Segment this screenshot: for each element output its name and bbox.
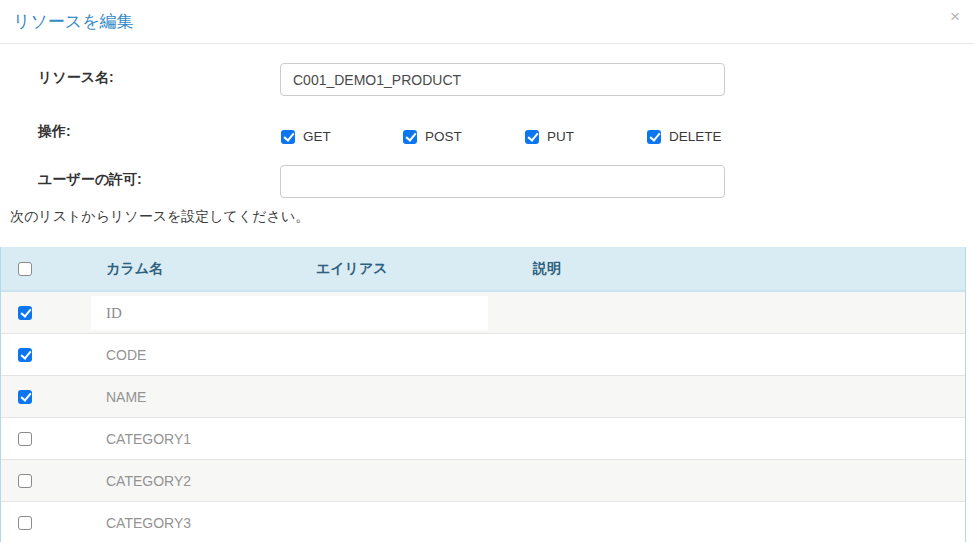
table-row[interactable]: NAME <box>1 376 965 418</box>
column-header-alias: エイリアス <box>301 260 518 278</box>
row-checkbox[interactable] <box>18 432 32 446</box>
table-row[interactable]: CODE <box>1 334 965 376</box>
column-header-description: 説明 <box>518 260 965 278</box>
row-checkbox-cell <box>1 516 91 530</box>
operation-checkbox[interactable] <box>281 130 295 144</box>
resource-name-label: リソース名: <box>38 69 114 87</box>
operation-checkbox[interactable] <box>525 130 539 144</box>
inline-edit-input[interactable]: ID <box>91 296 488 330</box>
row-column-name: CODE <box>91 347 301 363</box>
dialog-title: リソースを編集 <box>13 10 134 33</box>
select-all-checkbox[interactable] <box>18 262 32 276</box>
table-row[interactable]: ID <box>1 292 965 334</box>
user-permission-input[interactable] <box>280 165 725 198</box>
table-row[interactable]: CATEGORY3 <box>1 502 965 542</box>
operations-label: 操作: <box>38 123 71 141</box>
column-header-name: カラム名 <box>91 260 301 278</box>
operations-group: GET POST PUT DELETE <box>281 129 769 144</box>
resource-table: カラム名 エイリアス 説明 ID CODE NAME CATEGORY1 <box>0 247 966 542</box>
row-column-name: NAME <box>91 389 301 405</box>
row-checkbox[interactable] <box>18 390 32 404</box>
row-column-name: CATEGORY3 <box>91 515 301 531</box>
table-row[interactable]: CATEGORY1 <box>1 418 965 460</box>
user-permission-label: ユーザーの許可: <box>38 171 142 189</box>
operation-option: POST <box>403 129 525 144</box>
row-checkbox[interactable] <box>18 348 32 362</box>
operation-option: DELETE <box>647 129 769 144</box>
row-checkbox-cell <box>1 306 91 320</box>
operation-option: PUT <box>525 129 647 144</box>
operation-option: GET <box>281 129 403 144</box>
row-checkbox[interactable] <box>18 474 32 488</box>
select-all-cell <box>1 262 91 276</box>
row-checkbox-cell <box>1 474 91 488</box>
dialog-header: リソースを編集 × <box>0 0 974 44</box>
row-checkbox[interactable] <box>18 516 32 530</box>
table-header-row: カラム名 エイリアス 説明 <box>1 247 965 292</box>
operation-label: GET <box>303 129 331 144</box>
edit-resource-dialog: リソースを編集 × リソース名: 操作: GET POST PUT DELETE… <box>0 0 974 542</box>
row-column-name: CATEGORY2 <box>91 473 301 489</box>
operation-label: POST <box>425 129 462 144</box>
row-checkbox-cell <box>1 432 91 446</box>
table-body: ID CODE NAME CATEGORY1 CATEGORY2 <box>1 292 965 542</box>
close-icon[interactable]: × <box>950 8 960 25</box>
row-column-name: CATEGORY1 <box>91 431 301 447</box>
operation-label: DELETE <box>669 129 722 144</box>
operation-label: PUT <box>547 129 574 144</box>
row-checkbox-cell <box>1 390 91 404</box>
instruction-text: 次のリストからリソースを設定してください。 <box>10 208 309 226</box>
row-checkbox[interactable] <box>18 306 32 320</box>
operation-checkbox[interactable] <box>647 130 661 144</box>
resource-name-input[interactable] <box>280 63 725 96</box>
row-checkbox-cell <box>1 348 91 362</box>
table-row[interactable]: CATEGORY2 <box>1 460 965 502</box>
operation-checkbox[interactable] <box>403 130 417 144</box>
